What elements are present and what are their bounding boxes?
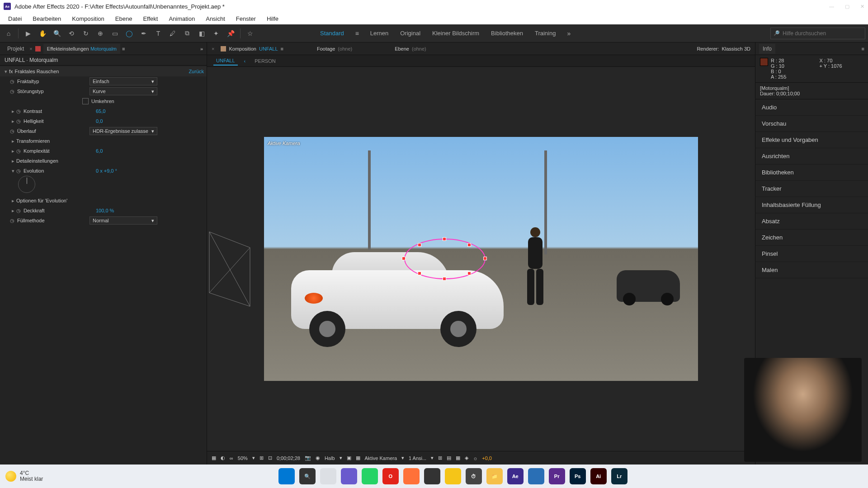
workspace-overflow-icon[interactable]: »	[563, 28, 575, 39]
timecode[interactable]: 0;00;02;28	[277, 455, 300, 461]
channel-icon[interactable]: ◉	[316, 455, 320, 461]
menu-animation[interactable]: Animation	[164, 14, 199, 24]
menu-ansicht[interactable]: Ansicht	[201, 14, 230, 24]
close-button[interactable]: ✕	[860, 4, 864, 9]
brush-tool-icon[interactable]: 🖊	[167, 28, 179, 39]
exposure-icon[interactable]: ☼	[473, 455, 477, 461]
workspace-menu-icon[interactable]: ≡	[351, 28, 363, 39]
taskbar-app[interactable]	[424, 468, 440, 484]
taskbar-app[interactable]	[320, 468, 336, 484]
stopwatch-icon[interactable]: ◷	[10, 128, 15, 134]
stopwatch-icon[interactable]: ◷	[16, 118, 22, 124]
panel-ausrichten[interactable]: Ausrichten	[755, 148, 868, 164]
frame-icon[interactable]: ⊡	[268, 455, 272, 461]
menu-hilfe[interactable]: Hilfe	[262, 14, 283, 24]
home-icon[interactable]: ⌂	[3, 28, 14, 39]
prop-evopts[interactable]: Optionen für 'Evolution'	[16, 198, 89, 203]
menu-komposition[interactable]: Komposition	[67, 14, 109, 24]
stopwatch-icon[interactable]: ◷	[10, 79, 15, 84]
rect-tool-icon[interactable]: ▭	[109, 28, 121, 39]
stopwatch-icon[interactable]: ◷	[16, 208, 22, 213]
panel-malen[interactable]: Malen	[755, 262, 868, 278]
help-search-input[interactable]	[783, 30, 862, 37]
taskbar-app[interactable]: O	[382, 468, 399, 484]
zoom-value[interactable]: 50%	[238, 455, 248, 461]
exposure-value[interactable]: +0,0	[482, 455, 492, 461]
zoom-tool-icon[interactable]: 🔍	[51, 28, 63, 39]
help-search[interactable]: 🔎	[770, 28, 865, 39]
panel-bibliotheken[interactable]: Bibliotheken	[755, 164, 868, 181]
view-icon[interactable]: ◈	[465, 455, 468, 461]
menu-effekt[interactable]: Effekt	[138, 14, 162, 24]
stopwatch-icon[interactable]: ◷	[16, 168, 22, 174]
clone-tool-icon[interactable]: ⧉	[181, 28, 193, 39]
fx-reset-link[interactable]: Zurück	[189, 69, 204, 74]
comp-tab-person[interactable]: PERSON	[252, 57, 278, 65]
deckkraft-value[interactable]: 100,0 %	[96, 208, 114, 213]
view-icon[interactable]: ▤	[447, 455, 451, 461]
resolution-dropdown[interactable]: Halb	[325, 455, 335, 461]
mask-handle[interactable]	[418, 272, 421, 275]
comp-tab-unfall[interactable]: UNFALL	[213, 56, 238, 66]
stopwatch-icon[interactable]: ◷	[16, 108, 22, 114]
mask-handle[interactable]	[467, 272, 471, 275]
fx-name[interactable]: Fraktales Rauschen	[15, 69, 189, 74]
region-icon[interactable]: ▣	[347, 455, 351, 461]
panel-vorschau[interactable]: Vorschau	[755, 116, 868, 132]
taskbar-app[interactable]	[362, 468, 378, 484]
weather-widget[interactable]: 4°CMeist klar	[5, 470, 43, 482]
project-tab[interactable]: Projekt	[4, 44, 28, 54]
evolution-dial[interactable]	[18, 176, 35, 193]
twirl-icon[interactable]: ▸	[10, 198, 16, 204]
roto-tool-icon[interactable]: ✦	[210, 28, 222, 39]
menu-fenster[interactable]: Fenster	[231, 14, 260, 24]
taskbar-app[interactable]	[528, 468, 544, 484]
eraser-tool-icon[interactable]: ◧	[196, 28, 208, 39]
helligkeit-value[interactable]: 0,0	[96, 118, 103, 124]
taskbar-app[interactable]: 📁	[486, 468, 503, 484]
workspace-kleiner[interactable]: Kleiner Bildschirm	[428, 28, 484, 38]
chevron-down-icon[interactable]: ▾	[252, 455, 255, 461]
twirl-icon[interactable]: ▸	[10, 138, 16, 144]
orbit-tool-icon[interactable]: ⟲	[66, 28, 77, 39]
taskbar-app[interactable]: Ai	[590, 468, 607, 484]
twirl-icon[interactable]: ▾	[3, 69, 9, 75]
panel-tracker[interactable]: Tracker	[755, 181, 868, 197]
fx-enable-toggle[interactable]: fx	[9, 69, 13, 74]
minimize-button[interactable]: —	[829, 4, 834, 9]
workspace-bibliotheken[interactable]: Bibliotheken	[486, 28, 528, 38]
renderer-dropdown[interactable]: Klassisch 3D	[722, 46, 750, 52]
info-tab[interactable]: Info	[759, 44, 775, 54]
panel-audio[interactable]: Audio	[755, 99, 868, 116]
fuell-dropdown[interactable]: Normal▾	[90, 216, 157, 225]
stopwatch-icon[interactable]: ◷	[16, 148, 22, 154]
view-icon[interactable]: ⊞	[438, 455, 442, 461]
stopwatch-icon[interactable]: ◷	[10, 218, 15, 223]
panel-pinsel[interactable]: Pinsel	[755, 246, 868, 262]
taskbar-app[interactable]: Lr	[611, 468, 627, 484]
view-icon[interactable]: ▦	[456, 455, 460, 461]
taskbar-app[interactable]	[403, 468, 420, 484]
workspace-standard[interactable]: Standard	[316, 28, 349, 38]
stoerungstyp-dropdown[interactable]: Kurve▾	[90, 87, 157, 95]
panel-zeichen[interactable]: Zeichen	[755, 230, 868, 246]
panel-absatz[interactable]: Absatz	[755, 213, 868, 230]
type-tool-icon[interactable]: T	[152, 28, 164, 39]
workspace-lernen[interactable]: Lernen	[366, 28, 393, 38]
fraktaltyp-dropdown[interactable]: Einfach▾	[90, 77, 157, 85]
evolution-value[interactable]: 0 x +9,0 °	[96, 168, 117, 174]
taskbar-app[interactable]	[341, 468, 357, 484]
taskbar-app[interactable]: 🔍	[299, 468, 316, 484]
viewport[interactable]: Aktive Kamera	[207, 67, 755, 451]
rotate-tool-icon[interactable]: ↻	[80, 28, 92, 39]
twirl-icon[interactable]: ▸	[10, 108, 16, 114]
twirl-icon[interactable]: ▸	[10, 118, 16, 124]
selection-tool-icon[interactable]: ▶	[22, 28, 34, 39]
panel-fuellung[interactable]: Inhaltsbasierte Füllung	[755, 197, 868, 213]
ellipse-tool-icon[interactable]: ◯	[123, 28, 135, 39]
comp-name[interactable]: UNFALL	[259, 46, 278, 52]
mask-handle[interactable]	[443, 277, 446, 281]
menu-datei[interactable]: Datei	[4, 14, 26, 24]
star-icon[interactable]: ☆	[244, 28, 256, 39]
kontrast-value[interactable]: 65,0	[96, 108, 105, 114]
